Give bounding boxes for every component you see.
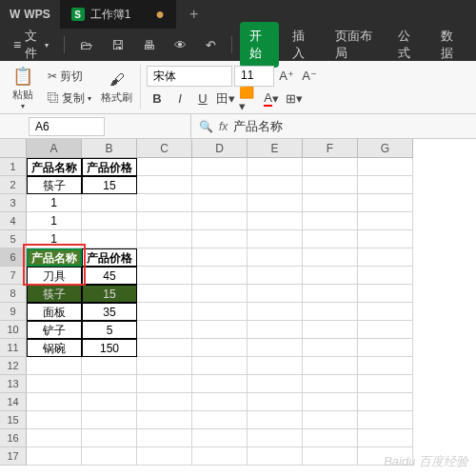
cell[interactable] bbox=[303, 303, 358, 321]
cell[interactable] bbox=[303, 267, 358, 285]
cell[interactable] bbox=[303, 194, 358, 212]
cell[interactable] bbox=[248, 248, 303, 267]
cell[interactable] bbox=[192, 321, 248, 339]
col-header[interactable]: B bbox=[82, 139, 137, 158]
cell[interactable] bbox=[303, 429, 358, 447]
cell-reference-box[interactable]: A6 bbox=[29, 117, 105, 136]
format-brush-button[interactable]: 🖌 格式刷 bbox=[101, 69, 132, 105]
cell[interactable] bbox=[137, 267, 192, 285]
row-header[interactable]: 5 bbox=[0, 230, 27, 248]
cell[interactable] bbox=[248, 285, 303, 303]
cell[interactable] bbox=[248, 393, 303, 411]
cell[interactable] bbox=[303, 411, 358, 429]
cell[interactable] bbox=[137, 176, 192, 194]
cell[interactable]: 1 bbox=[27, 230, 82, 248]
cell[interactable] bbox=[358, 375, 413, 393]
cell[interactable] bbox=[137, 339, 192, 357]
row-header[interactable]: 6 bbox=[0, 248, 27, 267]
cell[interactable]: 1 bbox=[27, 194, 82, 212]
document-tab[interactable]: S 工作簿1 ● bbox=[60, 0, 176, 29]
cell[interactable]: 15 bbox=[82, 176, 137, 194]
cell[interactable]: 5 bbox=[82, 321, 137, 339]
cut-button[interactable]: ✂剪切 bbox=[42, 67, 97, 87]
cell[interactable] bbox=[358, 158, 413, 176]
cell[interactable] bbox=[137, 411, 192, 429]
open-button[interactable]: 🗁 bbox=[72, 34, 100, 56]
cell[interactable] bbox=[248, 411, 303, 429]
cell[interactable] bbox=[82, 447, 137, 466]
cell[interactable]: 150 bbox=[82, 339, 137, 357]
cell[interactable] bbox=[192, 176, 248, 194]
cell[interactable] bbox=[248, 339, 303, 357]
cell[interactable] bbox=[248, 357, 303, 375]
preview-button[interactable]: 👁 bbox=[167, 34, 194, 56]
col-header[interactable]: F bbox=[303, 139, 358, 158]
row-header[interactable]: 7 bbox=[0, 267, 27, 285]
cell[interactable] bbox=[82, 212, 137, 230]
strike-button[interactable]: 田▾ bbox=[215, 89, 236, 109]
tab-page-layout[interactable]: 页面布局 bbox=[326, 22, 385, 68]
italic-button[interactable]: I bbox=[169, 89, 190, 109]
cell[interactable] bbox=[248, 267, 303, 285]
cell[interactable] bbox=[303, 339, 358, 357]
cell[interactable] bbox=[358, 393, 413, 411]
cell[interactable] bbox=[248, 375, 303, 393]
cell[interactable] bbox=[248, 447, 303, 466]
row-header[interactable]: 16 bbox=[0, 429, 27, 447]
cell[interactable] bbox=[192, 411, 248, 429]
font-increase-button[interactable]: A⁺ bbox=[276, 66, 297, 87]
cell[interactable] bbox=[358, 429, 413, 447]
cell[interactable] bbox=[303, 248, 358, 267]
cell[interactable] bbox=[358, 303, 413, 321]
new-tab-button[interactable]: + bbox=[176, 6, 211, 23]
row-header[interactable]: 15 bbox=[0, 411, 27, 429]
cell[interactable]: 35 bbox=[82, 303, 137, 321]
paste-button[interactable]: 📋 粘贴▾ bbox=[8, 63, 38, 112]
font-size-select[interactable]: 11 bbox=[234, 66, 274, 87]
cell[interactable]: 面板 bbox=[27, 303, 82, 321]
cell[interactable] bbox=[82, 393, 137, 411]
cell[interactable] bbox=[358, 321, 413, 339]
cell[interactable] bbox=[192, 248, 248, 267]
cell[interactable] bbox=[358, 357, 413, 375]
cell[interactable] bbox=[358, 411, 413, 429]
copy-button[interactable]: ⿻复制▾ bbox=[42, 89, 97, 109]
cell[interactable] bbox=[358, 339, 413, 357]
col-header[interactable]: C bbox=[137, 139, 192, 158]
cell[interactable] bbox=[137, 393, 192, 411]
cell[interactable] bbox=[27, 393, 82, 411]
cell[interactable] bbox=[248, 194, 303, 212]
cell[interactable] bbox=[82, 357, 137, 375]
cell[interactable] bbox=[358, 176, 413, 194]
cell[interactable] bbox=[358, 212, 413, 230]
tab-data[interactable]: 数据 bbox=[431, 22, 470, 68]
cell[interactable] bbox=[137, 375, 192, 393]
col-header[interactable]: E bbox=[248, 139, 303, 158]
cell[interactable] bbox=[137, 357, 192, 375]
cell[interactable] bbox=[248, 303, 303, 321]
cell[interactable] bbox=[358, 267, 413, 285]
cell[interactable] bbox=[137, 303, 192, 321]
cell[interactable] bbox=[137, 194, 192, 212]
cell[interactable] bbox=[303, 212, 358, 230]
cell[interactable] bbox=[27, 429, 82, 447]
cell[interactable]: 产品价格 bbox=[82, 248, 137, 267]
cell[interactable] bbox=[358, 230, 413, 248]
formula-area[interactable]: 🔍 fx 产品名称 bbox=[190, 114, 476, 138]
cell[interactable] bbox=[137, 447, 192, 466]
tab-insert[interactable]: 插入 bbox=[283, 22, 322, 68]
cell[interactable] bbox=[192, 393, 248, 411]
cell[interactable] bbox=[27, 357, 82, 375]
row-header[interactable]: 9 bbox=[0, 303, 27, 321]
cell[interactable] bbox=[358, 285, 413, 303]
cell[interactable] bbox=[137, 248, 192, 267]
spreadsheet-grid[interactable]: ABCDEFG 1234567891011121314151617 产品名称产品… bbox=[0, 139, 476, 476]
cell[interactable] bbox=[27, 447, 82, 466]
cell[interactable] bbox=[192, 267, 248, 285]
cell[interactable] bbox=[248, 230, 303, 248]
row-header[interactable]: 4 bbox=[0, 212, 27, 230]
cell[interactable] bbox=[192, 375, 248, 393]
cells-area[interactable]: 产品名称产品价格筷子15111产品名称产品价格刀具45筷子15面板35铲子5锅碗… bbox=[27, 158, 413, 466]
cell[interactable] bbox=[303, 158, 358, 176]
row-header[interactable]: 11 bbox=[0, 339, 27, 357]
